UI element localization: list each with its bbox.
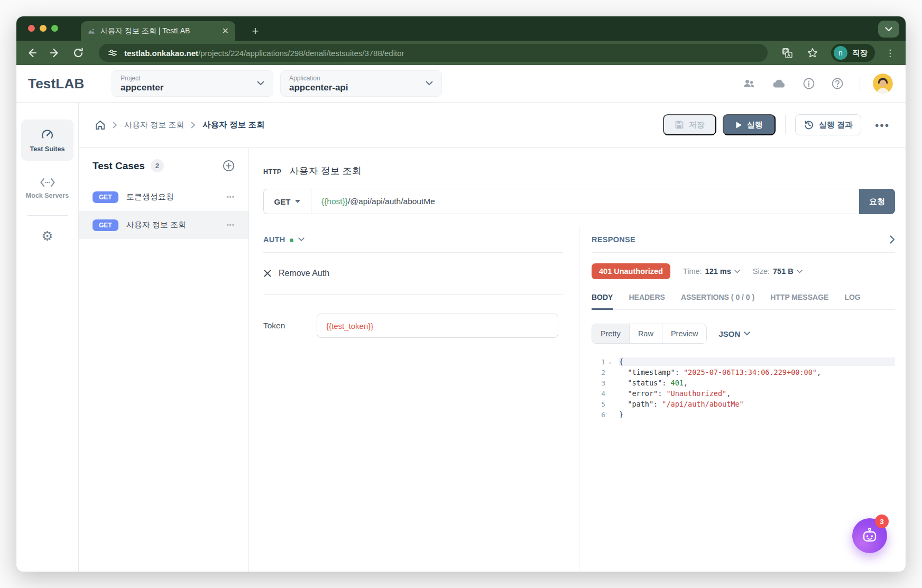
code-line: 6} [592,409,895,420]
response-tab[interactable]: HTTP MESSAGE [770,293,828,309]
chevron-right-icon [113,122,117,128]
response-tab[interactable]: BODY [592,293,613,310]
token-input[interactable]: {{test_token}} [317,314,558,338]
project-selector[interactable]: Project appcenter [112,70,273,97]
response-size[interactable]: Size: 751 B [753,267,803,275]
help-icon[interactable] [831,77,844,90]
application-selector[interactable]: Application appcenter-api [280,70,442,97]
divider [592,252,895,253]
auth-section-header[interactable]: AUTH [263,227,563,252]
save-button[interactable]: 저장 [663,114,716,135]
response-body-code[interactable]: 1⌄{2 "timestamp": "2025-07-06T13:34:06.2… [592,356,895,420]
run-button[interactable]: 실행 [723,114,776,135]
testcase-name: 사용자 정보 조회 [126,220,186,230]
code-line: 4 "error": "Unauthorized", [592,388,895,399]
tab-search-button[interactable] [878,21,899,38]
project-label: Project [121,75,264,82]
chevron-down-icon [257,81,264,86]
response-tab[interactable]: ASSERTIONS ( 0 / 0 ) [681,293,754,309]
members-icon[interactable] [742,78,756,89]
zoom-window-button[interactable] [51,25,58,32]
request-title: 사용자 정보 조회 [290,164,362,177]
send-request-button[interactable]: 요청 [859,189,895,214]
notification-badge: 3 [875,514,889,528]
profile-avatar: n [834,46,847,60]
settings-gear-icon[interactable]: ⚙ [41,228,53,244]
reload-icon[interactable] [72,47,84,59]
translate-icon[interactable] [781,47,793,59]
response-tabs: BODYHEADERSASSERTIONS ( 0 / 0 )HTTP MESS… [592,293,895,310]
more-options-icon[interactable]: ••• [226,194,235,200]
home-icon[interactable] [95,120,106,131]
bookmark-star-icon[interactable] [807,47,818,59]
code-line: 2 "timestamp": "2025-07-06T13:34:06.229+… [592,367,895,378]
response-time[interactable]: Time: 121 ms [683,267,740,275]
application-label: Application [289,75,433,82]
url-bar[interactable]: testlab.onkakao.net/projects/224/applica… [99,44,768,62]
auth-section-label: AUTH [263,235,285,244]
response-tab[interactable]: HEADERS [629,293,665,309]
more-options-icon[interactable]: ••• [875,120,890,131]
breadcrumb-level1[interactable]: 사용자 정보 조회 [124,120,184,130]
browser-menu-icon[interactable]: ⋮ [886,49,895,58]
method-select[interactable]: GET [264,189,311,214]
back-icon[interactable] [26,47,38,59]
remove-auth-button[interactable]: Remove Auth [263,253,563,294]
browser-profile-chip[interactable]: n 직장 [831,44,875,62]
favicon-mountain-icon [87,27,96,35]
url-variable: {{host}} [321,197,348,206]
run-results-button[interactable]: 실행 결과 [795,114,861,135]
testcase-list: GET토큰생성요청•••GET사용자 정보 조회••• [79,183,248,239]
browser-window: 사용자 정보 조회 | TestLAB ✕ + testlab.onkakao.… [16,16,906,572]
format-select[interactable]: JSON [718,329,750,338]
browser-toolbar: testlab.onkakao.net/projects/224/applica… [16,41,906,65]
testcases-header: Test Cases 2 [79,159,248,172]
rail-divider [27,215,68,216]
sidebar-item-mock-servers[interactable]: Mock Servers [26,177,69,199]
testcase-item[interactable]: GET토큰생성요청••• [79,183,248,211]
cloud-icon[interactable] [772,78,787,89]
forward-icon[interactable] [49,47,61,59]
view-mode-button[interactable]: Raw [630,324,662,343]
app-logo[interactable]: TestLAB [28,76,112,92]
user-avatar[interactable] [873,74,893,94]
response-status-row: 401 Unauthorized Time: 121 ms Size: 751 … [592,263,895,279]
add-testcase-icon[interactable] [223,160,235,172]
auth-active-dot [290,238,293,242]
close-window-button[interactable] [28,25,35,32]
header-divider [860,76,860,91]
testcase-item[interactable]: GET사용자 정보 조회••• [79,211,248,239]
response-section-label: RESPONSE [592,235,635,244]
view-mode-button[interactable]: Preview [662,324,707,343]
run-label: 실행 [747,120,763,130]
more-options-icon[interactable]: ••• [226,222,235,228]
chevron-down-icon [426,81,433,86]
code-text: "error": "Unauthorized", [619,389,895,398]
code-line: 3 "status": 401, [592,378,895,388]
code-text: } [619,410,895,419]
url-text[interactable]: testlab.onkakao.net/projects/224/applica… [124,49,404,58]
request-url-input[interactable]: {{host}}/@api/api/auth/aboutMe [311,189,859,214]
breadcrumb-level2: 사용자 정보 조회 [202,120,264,131]
left-rail: Test Suites Mock Servers ⚙ [16,103,79,572]
testcases-panel: Test Cases 2 GET토큰생성요청•••GET사용자 정보 조회••• [79,148,249,572]
collapse-caret-icon[interactable]: ⌄ [606,359,614,364]
sidebar-item-test-suites[interactable]: Test Suites [21,120,73,161]
run-results-label: 실행 결과 [819,120,853,130]
info-icon[interactable] [803,77,815,90]
chat-assistant-button[interactable]: 3 [852,518,887,553]
browser-tab[interactable]: 사용자 정보 조회 | TestLAB ✕ [81,21,235,41]
request-editor: HTTP 사용자 정보 조회 GET {{host}}/@api/api/aut… [249,148,906,572]
minimize-window-button[interactable] [40,25,47,32]
line-number: 3 [592,379,605,387]
expand-chevron-right-icon[interactable] [890,235,895,244]
url-path: /projects/224/applications/298/denali/te… [198,49,404,58]
tab-close-icon[interactable]: ✕ [222,27,229,35]
site-settings-tune-icon[interactable] [107,48,118,58]
response-tab[interactable]: LOG [844,293,860,309]
app-header: TestLAB Project appcenter Application ap… [16,65,906,103]
code-text: "status": 401, [619,379,895,387]
code-text: "path": "/api/auth/aboutMe" [619,400,895,408]
view-mode-button[interactable]: Pretty [592,324,630,343]
new-tab-button[interactable]: + [249,25,262,37]
